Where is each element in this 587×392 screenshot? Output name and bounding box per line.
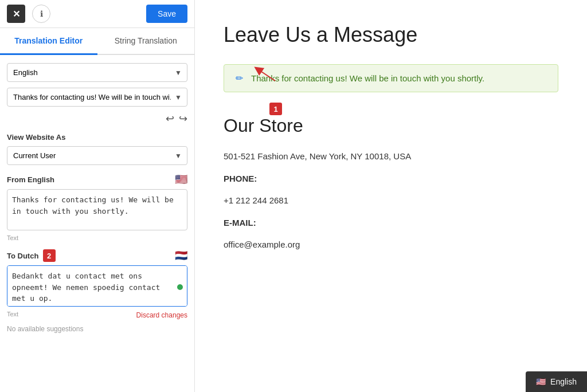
success-message-box: ✏ Thanks for contacting us! We will be i… [224,64,558,92]
info-button[interactable]: ℹ [32,5,50,23]
store-email: office@example.org [224,238,558,252]
store-phone: PHONE: [224,173,558,186]
tab-translation-editor[interactable]: Translation Editor [0,28,97,55]
current-user-select[interactable]: Current User Guest [7,146,187,165]
page-title: Leave Us a Message [224,23,558,47]
no-suggestions: No available suggestions [7,325,187,333]
store-info: 501-521 Fashion Ave, New York, NY 10018,… [224,150,558,252]
from-english-type: Text [7,234,187,241]
view-website-label: View Website As [7,133,187,142]
close-button[interactable]: ✕ [7,5,25,23]
success-message-text: Thanks for contacting us! We will be in … [251,73,484,83]
english-flag: 🇺🇸 [175,173,187,186]
store-email-label-text: E-MAIL: [224,217,558,230]
view-website-section: View Website As Current User Guest ▼ [7,133,187,165]
from-english-textarea[interactable] [7,189,187,230]
tab-string-translation[interactable]: String Translation [97,28,195,55]
dutch-textarea-wrapper [7,265,187,309]
badge-1: 1 [269,103,282,115]
current-user-select-wrapper: Current User Guest ▼ [7,146,187,165]
to-dutch-header: To Dutch 2 🇳🇱 [7,249,187,262]
badge-2: 2 [43,249,56,262]
store-section: Our Store 501-521 Fashion Ave, New York,… [224,115,558,252]
string-select-wrapper: Thanks for contacting us! We will be in … [7,88,187,107]
redo-button[interactable]: ↪ [179,112,187,125]
to-dutch-textarea[interactable] [7,265,187,307]
to-dutch-type: Text [7,311,18,317]
top-bar: ✕ ℹ Save [0,0,194,28]
string-select[interactable]: Thanks for contacting us! We will be in … [7,88,187,107]
lang-flag: 🇺🇸 [536,377,546,386]
store-address: 501-521 Fashion Ave, New York, NY 10018,… [224,150,558,163]
language-bar[interactable]: 🇺🇸 English [526,371,587,392]
panel-content: English Dutch French German ▼ Thanks for… [0,55,194,392]
dutch-flag: 🇳🇱 [175,249,187,262]
edit-pencil-icon[interactable]: ✏ [236,73,243,84]
lang-label: English [550,377,577,386]
save-button[interactable]: Save [146,5,187,23]
store-title: Our Store [224,115,558,136]
undo-button[interactable]: ↩ [166,112,174,125]
language-select[interactable]: English Dutch French German [7,63,187,82]
tabs-container: Translation Editor String Translation [0,28,194,55]
right-panel: Leave Us a Message ✏ Thanks for contacti… [195,0,587,392]
store-phone-number: +1 212 244 2681 [224,194,558,207]
undo-redo-toolbar: ↩ ↪ [7,112,187,125]
discard-changes-link[interactable]: Discard changes [136,311,187,319]
left-panel: ✕ ℹ Save Translation Editor String Trans… [0,0,195,392]
green-dot-indicator [177,284,183,290]
language-select-wrapper: English Dutch French German ▼ [7,63,187,82]
to-dutch-label: To Dutch 2 [7,249,56,262]
from-english-header: From English 🇺🇸 [7,173,187,186]
from-english-label: From English [7,175,54,184]
